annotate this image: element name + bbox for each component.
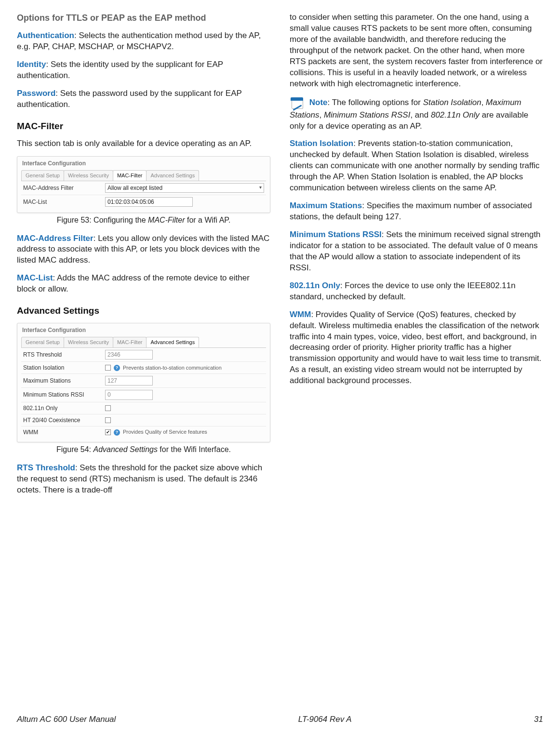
- tab-mac-filter[interactable]: MAC-Filter: [113, 170, 147, 181]
- password-paragraph: Password: Sets the password used by the …: [17, 88, 270, 110]
- 80211n-only-term: 802.11n Only: [290, 281, 340, 290]
- maximum-stations-paragraph: Maximum Stations: Specifies the maximum …: [290, 200, 543, 223]
- ht-coexistence-label: HT 20/40 Coexistence: [23, 416, 105, 424]
- tab-mac-filter[interactable]: MAC-Filter: [113, 337, 147, 347]
- wmm-text: : Provides Quality of Service (QoS) feat…: [290, 310, 542, 386]
- figure-53: Interface Configuration General Setup Wi…: [17, 156, 270, 213]
- wmm-label: WMM: [23, 428, 105, 436]
- ht-coexistence-checkbox[interactable]: [105, 417, 111, 423]
- 80211n-only-checkbox[interactable]: [105, 405, 111, 411]
- identity-text: : Sets the identity used by the supplica…: [17, 60, 223, 80]
- mac-address-filter-term: MAC-Address Filter: [17, 234, 93, 243]
- auth-paragraph: Authentication: Selects the authenticati…: [17, 30, 270, 53]
- mac-address-filter-value: Allow all except listed: [107, 184, 162, 192]
- wmm-checkbox[interactable]: [105, 429, 111, 435]
- note-paragraph: Note: The following options for Station …: [290, 96, 543, 132]
- page-footer: Altum AC 600 User Manual LT-9064 Rev A 3…: [17, 714, 543, 725]
- tab-general-setup[interactable]: General Setup: [21, 170, 64, 181]
- minimum-rssi-paragraph: Minimum Stations RSSI: Sets the minimum …: [290, 229, 543, 274]
- rts-threshold-term: RTS Threshold: [17, 463, 75, 472]
- minimum-rssi-input[interactable]: 0: [105, 390, 153, 399]
- table-row: WMM ? Provides Quality of Service featur…: [21, 426, 266, 438]
- mac-list-paragraph: MAC-List: Adds the MAC address of the re…: [17, 273, 270, 295]
- tab-advanced-settings[interactable]: Advanced Settings: [146, 337, 199, 347]
- mac-filter-intro: This section tab is only available for a…: [17, 138, 270, 149]
- rts-continuation: to consider when setting this parameter.…: [290, 12, 543, 90]
- table-row: 802.11n Only: [21, 402, 266, 414]
- tab-advanced-settings[interactable]: Advanced Settings: [146, 170, 199, 181]
- footer-center: LT-9064 Rev A: [298, 714, 352, 725]
- mac-filter-heading: MAC-Filter: [17, 120, 270, 133]
- minimum-rssi-label: Minimum Stations RSSI: [23, 391, 105, 399]
- station-isolation-checkbox[interactable]: [105, 365, 111, 371]
- figure-54-legend: Interface Configuration: [17, 323, 270, 334]
- station-isolation-label: Station Isolation: [23, 364, 105, 372]
- mac-address-filter-select[interactable]: Allow all except listed ▾: [105, 183, 264, 193]
- 80211n-only-paragraph: 802.11n Only: Forces the device to use o…: [290, 280, 543, 303]
- identity-term: Identity: [17, 60, 46, 69]
- minimum-rssi-term: Minimum Stations RSSI: [290, 230, 382, 239]
- table-row: Maximum Stations 127: [21, 374, 266, 388]
- mac-address-filter-paragraph: MAC-Address Filter: Lets you allow only …: [17, 233, 270, 266]
- wmm-paragraph: WMM: Provides Quality of Service (QoS) f…: [290, 309, 543, 387]
- advanced-settings-heading: Advanced Settings: [17, 305, 270, 317]
- help-icon[interactable]: ?: [114, 429, 120, 436]
- 80211n-only-label: 802.11n Only: [23, 404, 105, 412]
- table-row: Minimum Stations RSSI 0: [21, 388, 266, 402]
- rts-threshold-label: RTS Threshold: [23, 351, 105, 359]
- wmm-term: WMM: [290, 310, 311, 319]
- figure-54: Interface Configuration General Setup Wi…: [17, 323, 270, 442]
- station-isolation-hint: Prevents station-to-station communicatio…: [123, 365, 222, 371]
- table-row: MAC-Address Filter Allow all except list…: [21, 181, 266, 195]
- note-icon: [290, 96, 304, 110]
- table-row: RTS Threshold 2346: [21, 348, 266, 362]
- maximum-stations-input[interactable]: 127: [105, 376, 153, 386]
- station-isolation-paragraph: Station Isolation: Prevents station-to-s…: [290, 138, 543, 194]
- authentication-term: Authentication: [17, 31, 74, 40]
- figure-54-caption: Figure 54: Advanced Settings for the Wif…: [17, 444, 270, 455]
- station-isolation-term: Station Isolation: [290, 139, 353, 148]
- help-icon[interactable]: ?: [114, 365, 120, 371]
- footer-left: Altum AC 600 User Manual: [17, 714, 116, 725]
- maximum-stations-label: Maximum Stations: [23, 377, 105, 385]
- footer-right: 31: [534, 714, 543, 725]
- maximum-stations-term: Maximum Stations: [290, 201, 362, 210]
- password-term: Password: [17, 89, 55, 98]
- options-heading: Options for TTLS or PEAP as the EAP meth…: [17, 12, 270, 24]
- identity-paragraph: Identity: Sets the identity used by the …: [17, 59, 270, 81]
- mac-address-filter-label: MAC-Address Filter: [23, 184, 105, 192]
- table-row: HT 20/40 Coexistence: [21, 414, 266, 426]
- mac-list-input[interactable]: 01:02:03:04:05:06: [105, 197, 193, 207]
- rts-threshold-input[interactable]: 2346: [105, 350, 153, 359]
- wmm-hint: Provides Quality of Service features: [123, 429, 207, 435]
- note-term: Note: [309, 98, 328, 107]
- rts-threshold-paragraph: RTS Threshold: Sets the threshold for th…: [17, 463, 270, 496]
- tab-wireless-security[interactable]: Wireless Security: [64, 337, 113, 347]
- figure-53-legend: Interface Configuration: [17, 157, 270, 167]
- mac-list-term: MAC-List: [17, 273, 53, 282]
- table-row: Station Isolation ? Prevents station-to-…: [21, 362, 266, 374]
- chevron-down-icon: ▾: [259, 184, 262, 192]
- tab-wireless-security[interactable]: Wireless Security: [64, 170, 113, 181]
- table-row: MAC-List 01:02:03:04:05:06: [21, 195, 266, 209]
- tab-general-setup[interactable]: General Setup: [21, 337, 64, 347]
- mac-list-label: MAC-List: [23, 198, 105, 206]
- figure-53-caption: Figure 53: Configuring the MAC-Filter fo…: [17, 215, 270, 226]
